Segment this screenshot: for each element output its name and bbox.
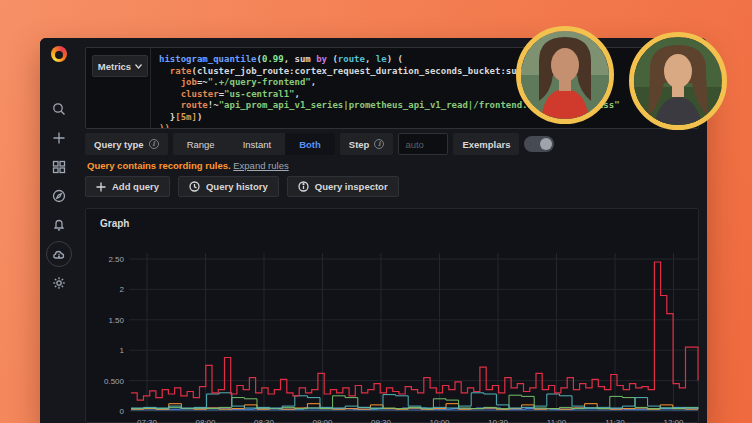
actions-row: Add query Query history Query inspector	[85, 176, 399, 197]
step-input[interactable]	[398, 133, 448, 155]
query-options-row: Query type i Range Instant Both Step i E…	[85, 133, 554, 155]
svg-text:1.50: 1.50	[108, 316, 124, 325]
svg-text:10:30: 10:30	[488, 418, 509, 423]
add-icon[interactable]	[46, 125, 72, 151]
svg-text:07:30: 07:30	[137, 418, 158, 423]
metrics-dropdown-label: Metrics	[98, 61, 131, 72]
svg-text:10:00: 10:00	[429, 418, 450, 423]
query-type-label: Query type i	[85, 133, 168, 155]
promql-code[interactable]: histogram_quantile(0.99, sum by (route, …	[150, 48, 698, 128]
chevron-down-icon	[135, 64, 142, 69]
exemplars-toggle[interactable]	[524, 136, 554, 152]
svg-text:1: 1	[120, 346, 125, 355]
add-query-label: Add query	[112, 181, 159, 192]
svg-text:11:30: 11:30	[605, 418, 625, 423]
svg-text:09:30: 09:30	[371, 418, 392, 423]
svg-text:0.500: 0.500	[104, 377, 125, 386]
query-type-both[interactable]: Both	[285, 133, 335, 155]
add-query-button[interactable]: Add query	[85, 176, 170, 197]
query-type-instant[interactable]: Instant	[229, 133, 286, 155]
metrics-dropdown[interactable]: Metrics	[92, 55, 148, 77]
svg-text:09:00: 09:00	[312, 418, 333, 423]
info-icon[interactable]: i	[149, 139, 159, 149]
query-history-label: Query history	[206, 181, 268, 192]
svg-text:0: 0	[120, 407, 125, 416]
step-text: Step	[349, 139, 370, 150]
svg-text:08:30: 08:30	[254, 418, 275, 423]
clock-icon	[189, 181, 200, 192]
cloud-alert-icon[interactable]	[46, 241, 72, 267]
main-content: Metrics histogram_quantile(0.99, sum by …	[77, 38, 707, 423]
query-history-button[interactable]: Query history	[178, 176, 279, 197]
explore-compass-icon[interactable]	[46, 183, 72, 209]
datasource-column: Metrics	[86, 48, 150, 128]
query-type-segmented: Range Instant Both	[173, 133, 335, 155]
query-type-text: Query type	[94, 139, 144, 150]
query-inspector-button[interactable]: Query inspector	[287, 176, 399, 197]
toggle-knob	[540, 138, 552, 150]
panel-title: Graph	[100, 218, 129, 229]
query-inspector-label: Query inspector	[315, 181, 388, 192]
notice-message: Query contains recording rules.	[87, 160, 231, 171]
svg-text:12:00: 12:00	[663, 418, 684, 423]
grafana-logo-icon[interactable]	[51, 46, 67, 62]
svg-text:11:00: 11:00	[547, 418, 567, 423]
query-type-range[interactable]: Range	[173, 133, 229, 155]
exemplars-label: Exemplars	[453, 133, 519, 155]
step-label: Step i	[340, 133, 394, 155]
settings-gear-icon[interactable]	[46, 270, 72, 296]
sidebar	[40, 38, 77, 423]
svg-text:2: 2	[120, 285, 125, 294]
svg-text:08:00: 08:00	[195, 418, 216, 423]
info-icon	[298, 181, 309, 192]
avatar	[516, 26, 614, 124]
alerting-bell-icon[interactable]	[46, 212, 72, 238]
avatar-photo-1	[521, 31, 609, 119]
plus-icon	[96, 182, 106, 192]
expand-rules-link[interactable]: Expand rules	[233, 160, 288, 171]
graph-panel: Graph 00.50011.5022.5007:3008:0008:3009:…	[85, 208, 699, 423]
recording-rules-notice: Query contains recording rules. Expand r…	[87, 160, 289, 171]
info-icon[interactable]: i	[374, 139, 384, 149]
avatar	[629, 32, 727, 130]
avatar-photo-2	[634, 37, 722, 125]
exemplars-text: Exemplars	[462, 139, 510, 150]
search-icon[interactable]	[46, 96, 72, 122]
svg-text:2.50: 2.50	[108, 255, 124, 264]
time-series-chart[interactable]: 00.50011.5022.5007:3008:0008:3009:0009:3…	[91, 247, 700, 423]
dashboards-icon[interactable]	[46, 154, 72, 180]
